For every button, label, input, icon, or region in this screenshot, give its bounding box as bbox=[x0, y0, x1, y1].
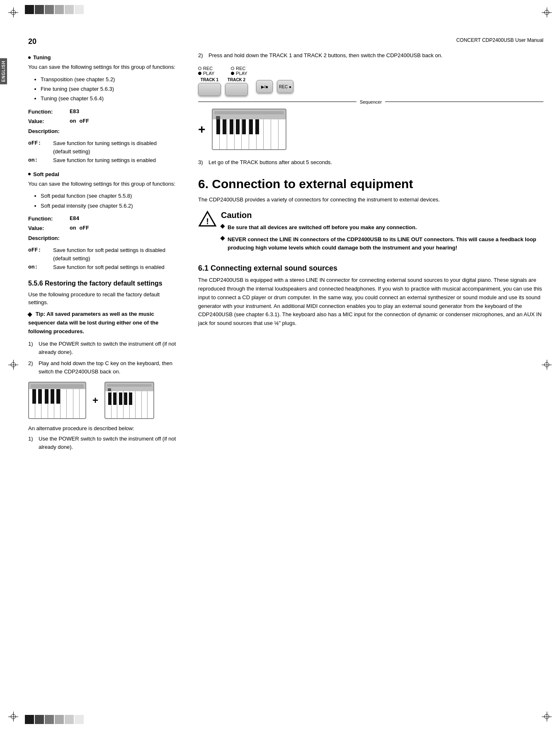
caution-content: Caution Be sure that all devices are swi… bbox=[221, 211, 543, 256]
play-filled-circle-2 bbox=[231, 72, 234, 75]
diamond-icon-2 bbox=[220, 236, 225, 241]
rec-button[interactable]: REC ● bbox=[277, 80, 293, 93]
plus-icon: + bbox=[198, 122, 206, 136]
caution-list: Be sure that all devices are switched of… bbox=[221, 223, 543, 252]
steps-list: 1) Use the POWER switch to switch the in… bbox=[28, 340, 177, 375]
chapter6-section: 6. Connection to external equipment The … bbox=[198, 177, 543, 204]
caution-triangle-icon: ! bbox=[198, 211, 217, 228]
soft-pedal-intro: You can save the following settings for … bbox=[28, 180, 177, 188]
page-number: 20 bbox=[28, 37, 177, 46]
caution-heading: Caution bbox=[221, 211, 543, 220]
description-row: Description: bbox=[28, 234, 177, 242]
right-step-2: 2) Press and hold down the TRACK 1 and T… bbox=[198, 51, 543, 60]
soft-pedal-fvd: Function: E84 Value: on oFF Description: bbox=[28, 215, 177, 242]
chapter6-body: The CDP2400USB provides a variety of con… bbox=[198, 196, 543, 204]
sp-desc-on-row: on: Save function for soft pedal setting… bbox=[28, 263, 177, 271]
list-item: Fine tuning (see chapter 5.6.3) bbox=[41, 84, 177, 94]
tuning-desc-table: oFF: Save function for tuning settings i… bbox=[28, 139, 177, 165]
diamond-icon bbox=[220, 224, 225, 228]
bullet-icon bbox=[28, 56, 31, 59]
plus-sign: + bbox=[92, 395, 98, 406]
track2-button[interactable] bbox=[225, 83, 248, 96]
section-61-heading: 6.1 Connecting external sound sources bbox=[198, 264, 543, 273]
soft-pedal-section: Soft pedal You can save the following se… bbox=[28, 171, 177, 271]
alt-step-1: 1) Use the POWER switch to switch the in… bbox=[28, 435, 177, 451]
section-61-body: The CDP2400USB is equipped with a stereo… bbox=[198, 276, 543, 328]
description-row: Description: bbox=[28, 127, 177, 136]
value-row: Value: on oFF bbox=[28, 224, 177, 233]
track2-rec-play: REC PLAY bbox=[231, 66, 247, 76]
tuning-fvd: Function: E83 Value: on oFF Description: bbox=[28, 108, 177, 136]
tuning-sub-list: Transposition (see chapter 5.2) Fine tun… bbox=[28, 75, 177, 104]
function-row: Function: E83 bbox=[28, 108, 177, 116]
desc-on-row: on: Save function for tuning settings is… bbox=[28, 156, 177, 165]
play-label-2: PLAY bbox=[236, 71, 247, 76]
desc-off-row: oFF: Save function for tuning settings i… bbox=[28, 139, 177, 155]
right-piano-illustration: + bbox=[198, 109, 543, 150]
diamond-icon bbox=[27, 312, 32, 317]
rec-play-indicators: REC PLAY REC bbox=[198, 66, 543, 76]
play-filled-circle bbox=[198, 72, 201, 75]
value-row: Value: on oFF bbox=[28, 117, 177, 126]
rec-label-2: REC bbox=[236, 66, 245, 71]
rec-dot-icon: REC ● bbox=[279, 85, 291, 89]
section-556-intro: Use the following procedure to recall th… bbox=[28, 291, 177, 307]
rec-label: REC bbox=[203, 66, 213, 71]
function-row: Function: E84 bbox=[28, 215, 177, 223]
track2-group: TRACK 2 bbox=[225, 78, 248, 96]
section-556-heading: 5.5.6 Restoring the factory default sett… bbox=[28, 280, 177, 287]
piano-illustration-left: + bbox=[28, 382, 177, 419]
section-61: 6.1 Connecting external sound sources Th… bbox=[198, 264, 543, 328]
right-step-3: 3) Let go of the TRACK buttons after abo… bbox=[198, 158, 543, 167]
play-label: PLAY bbox=[203, 71, 214, 76]
list-item: Soft pedal function (see chapter 5.5.8) bbox=[41, 191, 177, 201]
page-header: CONCERT CDP2400USB User Manual bbox=[198, 37, 543, 43]
tuning-section: Tuning You can save the following settin… bbox=[28, 54, 177, 165]
list-item: Soft pedal intensity (see chapter 5.6.2) bbox=[41, 201, 177, 211]
sequencer-label-bar: Sequencer bbox=[198, 99, 543, 104]
caution-section: ! Caution Be sure that all devices are s… bbox=[198, 211, 543, 256]
list-item: Transposition (see chapter 5.2) bbox=[41, 75, 177, 84]
alternative-text: An alternative procedure is described be… bbox=[28, 425, 177, 431]
svg-text:!: ! bbox=[206, 217, 209, 226]
caution-item-1: Be sure that all devices are switched of… bbox=[221, 223, 543, 232]
sequencer-section: REC PLAY REC bbox=[198, 66, 543, 150]
bullet-icon bbox=[28, 173, 31, 175]
soft-pedal-desc-table: oFF: Save function for soft pedal settin… bbox=[28, 246, 177, 271]
chapter6-heading: 6. Connection to external equipment bbox=[198, 177, 543, 191]
play-stop-button[interactable]: ▶/■ bbox=[256, 80, 273, 93]
tuning-intro: You can save the following settings for … bbox=[28, 63, 177, 71]
tip-box: Tip: All saved parameters as well as the… bbox=[28, 310, 177, 336]
list-item: Tuning (see chapter 5.6.4) bbox=[41, 94, 177, 103]
step-1: 1) Use the POWER switch to switch the in… bbox=[28, 340, 177, 356]
section-556: 5.5.6 Restoring the factory default sett… bbox=[28, 280, 177, 451]
play-stop-icon: ▶/■ bbox=[261, 85, 268, 89]
rec-button-group: REC ● bbox=[277, 80, 293, 93]
caution-item-2: NEVER connect the LINE IN connectors of … bbox=[221, 235, 543, 252]
track1-group: TRACK 1 bbox=[198, 78, 221, 96]
soft-pedal-sub-list: Soft pedal function (see chapter 5.5.8) … bbox=[28, 191, 177, 211]
play-stop-group: ▶/■ bbox=[256, 80, 273, 93]
track1-rec-play: REC PLAY bbox=[198, 66, 214, 76]
alt-steps-list: 1) Use the POWER switch to switch the in… bbox=[28, 435, 177, 451]
language-label: ENGLISH bbox=[0, 58, 7, 84]
soft-pedal-heading: Soft pedal bbox=[28, 171, 177, 177]
rec-circle-2 bbox=[231, 67, 234, 70]
tuning-heading: Tuning bbox=[28, 54, 177, 61]
rec-circle bbox=[198, 67, 201, 70]
step-2: 2) Play and hold down the top C key on t… bbox=[28, 359, 177, 375]
track-buttons-row: TRACK 1 TRACK 2 ▶/■ bbox=[198, 78, 543, 96]
track1-button[interactable] bbox=[198, 83, 221, 96]
sp-desc-off-row: oFF: Save function for soft pedal settin… bbox=[28, 246, 177, 262]
